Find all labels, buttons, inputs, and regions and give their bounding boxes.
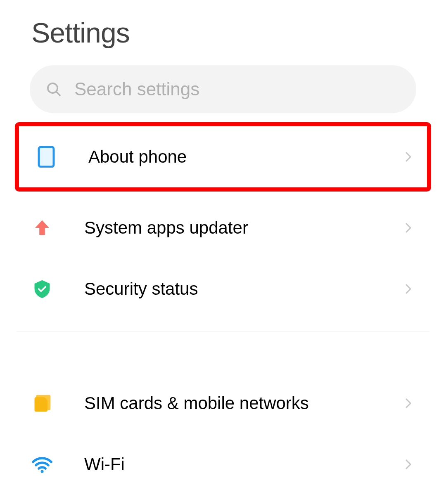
list-item-label: Security status (84, 279, 402, 299)
list-item-label: About phone (88, 147, 402, 167)
svg-line-1 (57, 92, 60, 95)
list-item-label: Wi-Fi (84, 454, 402, 474)
list-item-sim-cards[interactable]: SIM cards & mobile networks (0, 373, 446, 434)
chevron-right-icon (402, 458, 415, 471)
search-placeholder: Search settings (74, 79, 199, 99)
list-item-label: System apps updater (84, 218, 402, 238)
page-title: Settings (0, 0, 446, 49)
search-bar[interactable]: Search settings (30, 65, 416, 113)
shield-check-icon (31, 278, 53, 300)
chevron-right-icon (402, 151, 415, 163)
wifi-icon (31, 454, 53, 475)
chevron-right-icon (402, 397, 415, 409)
list-item-security-status[interactable]: Security status (0, 258, 446, 319)
divider (17, 331, 429, 331)
sim-icon (31, 393, 53, 414)
phone-icon (36, 146, 57, 168)
svg-rect-2 (39, 147, 54, 167)
settings-list: About phone System apps updater Security… (0, 122, 446, 495)
list-item-wifi[interactable]: Wi-Fi (0, 434, 446, 495)
list-item-system-apps-updater[interactable]: System apps updater (0, 197, 446, 258)
chevron-right-icon (402, 283, 415, 295)
search-icon (45, 81, 62, 97)
chevron-right-icon (402, 222, 415, 234)
list-item-label: SIM cards & mobile networks (84, 393, 402, 413)
list-item-about-phone[interactable]: About phone (15, 122, 431, 192)
svg-point-3 (41, 470, 44, 473)
arrow-up-icon (31, 217, 53, 239)
